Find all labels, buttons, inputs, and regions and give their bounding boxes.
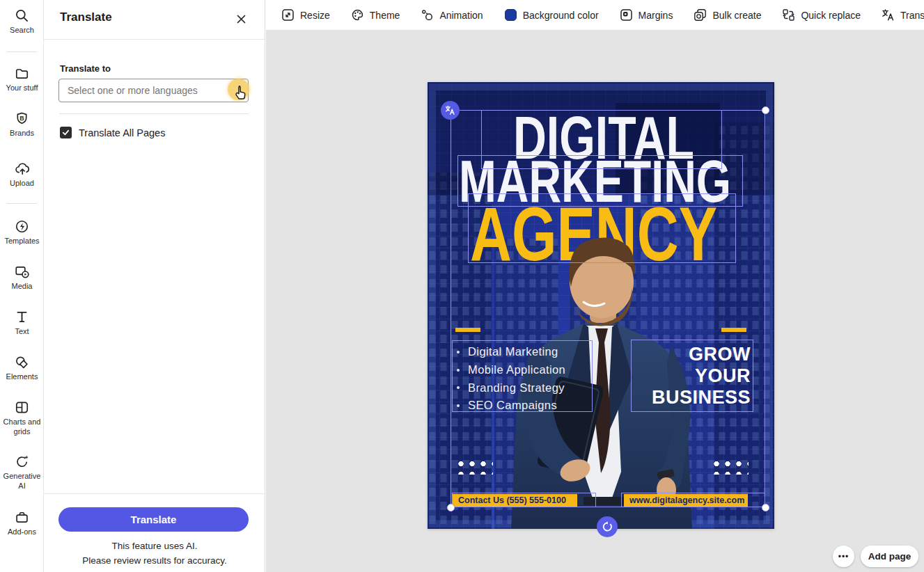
toolbar-background-color[interactable]: Background color: [504, 8, 599, 22]
dot-grid-right: [708, 456, 749, 475]
toolbar-label: Bulk create: [712, 10, 761, 21]
toolbar-resize[interactable]: Resize: [281, 8, 330, 22]
toolbar-bulk-create[interactable]: Bulk create: [694, 8, 761, 22]
list-item: SEO Campaigns: [457, 397, 593, 415]
sidebar-item-label: Add-ons: [1, 527, 43, 537]
selection-handle-bottom-right[interactable]: [762, 504, 769, 511]
sidebar-item-label: Generative AI: [1, 471, 43, 491]
left-icon-rail: Search Your stuff B Brands Upload Templa…: [0, 0, 44, 572]
toolbar-label: Background color: [523, 10, 599, 21]
add-page-button[interactable]: Add page: [861, 546, 918, 567]
bullet-dot: [457, 404, 460, 407]
translate-all-pages-checkbox-row[interactable]: Translate All Pages: [60, 127, 165, 138]
toolbar-label: Resize: [300, 10, 330, 21]
toolbar-animation[interactable]: Animation: [421, 8, 483, 22]
sidebar-item-label: Elements: [1, 372, 43, 381]
sidebar-item-elements[interactable]: Elements: [0, 355, 44, 381]
list-item: Mobile Application: [457, 361, 593, 379]
bullet-dot: [457, 369, 460, 372]
panel-header: Translate: [44, 0, 265, 40]
ai-disclaimer-line2: Please review results for accuracy.: [44, 555, 265, 566]
translate-to-label: Translate to: [60, 63, 111, 74]
service-label: SEO Campaigns: [468, 399, 557, 412]
sidebar-item-label: Brands: [1, 128, 43, 138]
sidebar-item-label: Text: [1, 326, 43, 336]
tagline-line: YOUR: [631, 365, 751, 387]
main-area: Resize Theme Animation Background color …: [266, 0, 924, 572]
sidebar-item-label: Media: [1, 281, 43, 291]
sidebar-item-templates[interactable]: Templates: [0, 219, 44, 246]
quick-replace-icon: [782, 8, 795, 22]
sidebar-item-your-stuff[interactable]: Your stuff: [0, 66, 44, 93]
checkbox-checked-icon[interactable]: [60, 127, 72, 138]
sidebar-item-upload[interactable]: Upload: [0, 161, 44, 188]
more-options-button[interactable]: •••: [833, 546, 854, 567]
service-label: Digital Marketing: [468, 345, 558, 358]
theme-palette-icon: [351, 8, 364, 22]
poster-page[interactable]: DIGITAL MARKETING AGENCY: [428, 82, 774, 529]
accent-dash-left: [455, 328, 480, 332]
toolbar-label: Animation: [439, 10, 483, 21]
toolbar-margins[interactable]: Margins: [620, 8, 673, 22]
services-list[interactable]: Digital Marketing Mobile Application Bra…: [457, 343, 593, 415]
media-icon: [15, 264, 30, 279]
sidebar-item-search[interactable]: Search: [0, 8, 44, 35]
rail-divider: [7, 203, 37, 204]
toolbar-theme[interactable]: Theme: [351, 8, 400, 22]
selection-handle-top-right[interactable]: [762, 106, 769, 114]
ai-disclaimer-line1: This feature uses AI.: [44, 541, 265, 551]
resize-icon: [281, 8, 295, 22]
divider: [59, 113, 249, 114]
toolbar-quick-replace[interactable]: Quick replace: [782, 8, 861, 22]
translate-panel: Translate Translate to Translate All Pag…: [44, 0, 265, 572]
sidebar-item-label: Upload: [1, 178, 43, 188]
design-canvas[interactable]: DIGITAL MARKETING AGENCY: [266, 30, 924, 572]
tagline-text[interactable]: GROW YOUR BUSINESS: [631, 344, 751, 408]
translate-all-pages-label: Translate All Pages: [79, 127, 165, 138]
close-icon[interactable]: [232, 10, 250, 28]
top-toolbar: Resize Theme Animation Background color …: [266, 0, 924, 30]
dot-grid-left: [453, 456, 493, 475]
divider: [44, 493, 265, 494]
tagline-line: BUSINESS: [631, 387, 751, 408]
sidebar-item-label: Search: [1, 25, 43, 35]
hand-cursor-icon: [233, 85, 247, 100]
translate-badge-icon[interactable]: [441, 101, 460, 120]
selection-handle-bottom-left[interactable]: [447, 504, 455, 511]
contact-bar[interactable]: Contact Us (555) 555-0100: [453, 494, 577, 507]
sidebar-item-charts-and-grids[interactable]: Charts and grids: [0, 400, 44, 437]
website-bar[interactable]: www.digitalagency.site.com: [624, 494, 748, 507]
sidebar-item-label: Templates: [1, 236, 43, 246]
tagline-line: GROW: [631, 344, 751, 365]
rotate-icon: [602, 521, 613, 532]
translate-button[interactable]: Translate: [58, 507, 249, 532]
add-ons-icon: [15, 510, 29, 525]
service-label: Branding Strategy: [468, 381, 565, 395]
toolbar-label: Margins: [639, 10, 673, 21]
toolbar-label: Quick replace: [801, 10, 861, 21]
folder-icon: [15, 66, 29, 81]
bullet-dot: [457, 386, 460, 389]
sidebar-item-label: Your stuff: [1, 83, 43, 93]
toolbar-translate[interactable]: Translate: [882, 8, 924, 22]
sidebar-item-add-ons[interactable]: Add-ons: [0, 510, 44, 537]
sidebar-item-media[interactable]: Media: [0, 264, 44, 291]
translate-icon: [882, 8, 895, 22]
list-item: Digital Marketing: [457, 343, 593, 361]
sidebar-item-text[interactable]: Text: [0, 310, 44, 336]
rotate-handle[interactable]: [597, 516, 618, 537]
text-icon: [15, 310, 29, 324]
toolbar-label: Theme: [370, 10, 400, 21]
sidebar-item-generative-ai[interactable]: Generative AI: [0, 454, 44, 491]
language-select-input[interactable]: [58, 79, 249, 102]
panel-title: Translate: [60, 10, 112, 24]
sidebar-item-brands[interactable]: B Brands: [0, 111, 44, 138]
templates-icon: [15, 219, 29, 234]
elements-icon: [15, 355, 29, 370]
svg-text:B: B: [19, 115, 24, 122]
list-item: Branding Strategy: [457, 379, 593, 397]
accent-dash-right: [721, 328, 746, 332]
charts-grids-icon: [15, 400, 29, 415]
bulk-create-icon: [694, 8, 707, 22]
bullet-dot: [457, 351, 460, 353]
